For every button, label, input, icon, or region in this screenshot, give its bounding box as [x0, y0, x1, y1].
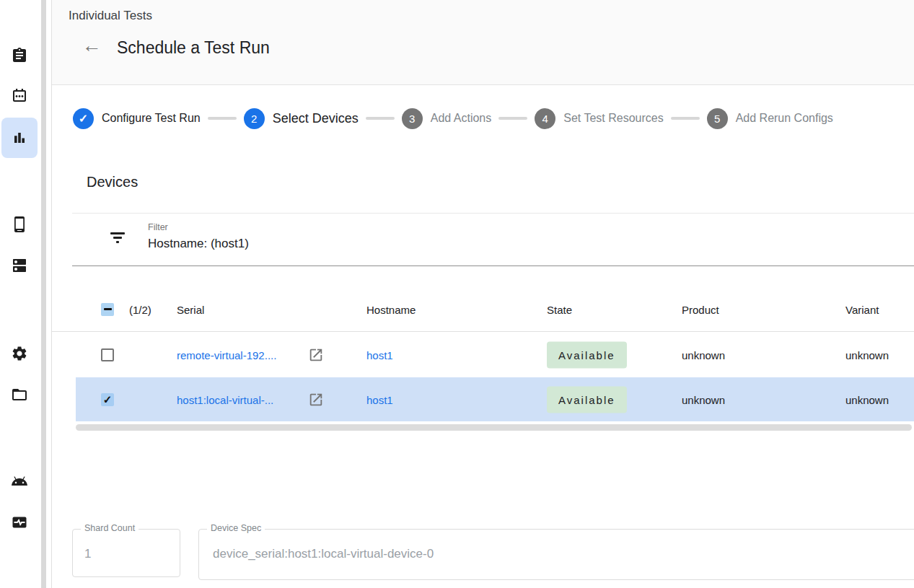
devices-heading: Devices: [87, 174, 138, 190]
device-serial-link[interactable]: host1:local-virtual-...: [177, 393, 273, 405]
sidebar: [0, 0, 40, 588]
step-label: Select Devices: [273, 111, 359, 126]
device-row[interactable]: remote-virtual-192.... host1 Available u…: [76, 332, 914, 377]
step-label: Add Rerun Configs: [736, 112, 833, 125]
step-label: Add Actions: [431, 112, 492, 125]
device-hostname-link[interactable]: host1: [366, 393, 393, 405]
open-in-new-icon[interactable]: [308, 392, 324, 408]
page-header: Individual Tests ← Schedule a Test Run: [52, 0, 914, 85]
step-add-rerun-configs[interactable]: 5 Add Rerun Configs: [707, 108, 833, 129]
device-row-selected[interactable]: ✓ host1:local-virtual-... host1 Availabl…: [76, 377, 914, 421]
servers-icon[interactable]: [11, 257, 28, 274]
step-number: 4: [535, 108, 555, 129]
check-icon: ✓: [103, 393, 113, 406]
shard-count-field[interactable]: Shard Count 1: [72, 529, 180, 577]
device-serial-link[interactable]: remote-virtual-192....: [177, 348, 276, 361]
device-filter-field[interactable]: Filter Hostname: (host1): [72, 213, 914, 266]
step-label: Configure Test Run: [102, 112, 201, 125]
device-hostname-link[interactable]: host1: [366, 348, 393, 361]
step-number: 2: [244, 108, 265, 129]
open-in-new-icon[interactable]: [308, 347, 324, 363]
indeterminate-dash-icon: [104, 308, 112, 310]
column-header-product: Product: [682, 303, 719, 315]
step-complete-check-icon: ✓: [79, 112, 88, 126]
column-header-hostname: Hostname: [366, 303, 416, 315]
column-header-variant: Variant: [845, 303, 879, 315]
clipboard-icon[interactable]: [11, 47, 28, 64]
step-set-test-resources[interactable]: 4 Set Test Resources: [535, 108, 663, 129]
column-header-serial: Serial: [177, 303, 204, 315]
shard-count-value[interactable]: 1: [84, 547, 91, 561]
device-table-header: (1/2) Serial Hostname State Product Vari…: [52, 287, 914, 332]
column-header-state: State: [547, 303, 572, 315]
folder-icon[interactable]: [11, 386, 28, 403]
host-monitor-pulse-icon[interactable]: [11, 514, 28, 531]
main-content: Individual Tests ← Schedule a Test Run ✓…: [51, 0, 914, 588]
step-number: 3: [402, 108, 423, 129]
calendar-icon[interactable]: [11, 87, 28, 105]
step-configure-test-run[interactable]: ✓ Configure Test Run: [73, 108, 201, 129]
state-badge: Available: [547, 386, 627, 413]
stepper-connector: [498, 117, 527, 120]
stepper-connector: [671, 117, 700, 120]
tablet-icon[interactable]: [11, 216, 28, 233]
step-select-devices[interactable]: 2 Select Devices: [244, 108, 359, 129]
horizontal-scrollbar[interactable]: [76, 424, 912, 431]
step-label: Set Test Resources: [563, 112, 663, 125]
state-badge: Available: [547, 341, 627, 368]
device-spec-value[interactable]: device_serial:host1:local-virtual-device…: [213, 547, 434, 561]
device-spec-field[interactable]: Device Spec device_serial:host1:local-vi…: [198, 529, 914, 580]
filter-field-label: Filter: [148, 222, 168, 232]
row-checkbox-checked[interactable]: ✓: [101, 393, 114, 406]
device-variant: unknown: [845, 393, 889, 405]
back-arrow-icon[interactable]: ←: [81, 35, 102, 56]
step-add-actions[interactable]: 3 Add Actions: [402, 108, 492, 129]
android-icon[interactable]: [11, 473, 28, 490]
stepper: ✓ Configure Test Run 2 Select Devices 3 …: [52, 107, 914, 130]
device-variant: unknown: [845, 348, 889, 361]
row-checkbox[interactable]: [101, 348, 114, 361]
selection-count: (1/2): [129, 303, 151, 315]
stepper-connector: [366, 117, 395, 120]
select-all-checkbox[interactable]: [101, 303, 114, 316]
page-title: Schedule a Test Run: [117, 38, 270, 58]
breadcrumb-section-label: Individual Tests: [69, 9, 152, 23]
settings-gear-icon[interactable]: [11, 345, 28, 362]
stepper-connector: [208, 117, 237, 120]
filter-field-value[interactable]: Hostname: (host1): [148, 237, 249, 251]
vertical-scrollbar[interactable]: [41, 0, 46, 588]
shard-count-label: Shard Count: [81, 523, 139, 533]
device-product: unknown: [682, 348, 725, 361]
device-product: unknown: [682, 393, 725, 405]
bar-chart-icon[interactable]: [11, 129, 28, 146]
step-number: 5: [707, 108, 728, 129]
device-spec-label: Device Spec: [207, 523, 265, 533]
filter-icon: [110, 232, 126, 247]
